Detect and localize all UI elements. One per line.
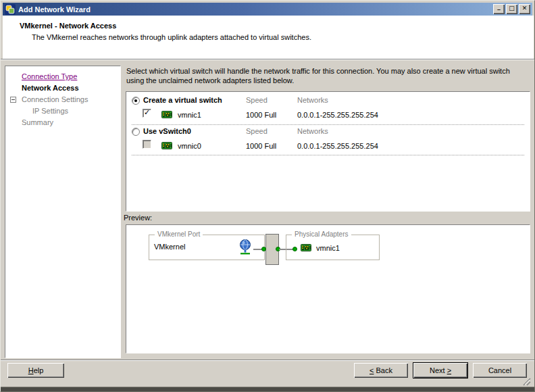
adapter-speed: 1000 Full <box>246 111 276 119</box>
window-title: Add Network Wizard <box>18 5 492 14</box>
sidebar-item-summary[interactable]: Summary <box>22 117 120 128</box>
window-bottom-edge <box>1 387 535 391</box>
option-label[interactable]: Use vSwitch0 <box>143 127 191 135</box>
page-subtitle: The VMkernel reaches networks through up… <box>32 33 311 41</box>
preview-adapter-name: vmnic1 <box>316 244 340 252</box>
adapter-name: vmnic1 <box>178 111 201 119</box>
separator <box>132 155 524 155</box>
minimize-button[interactable]: _ <box>493 4 505 14</box>
add-network-wizard-window: Add Network Wizard _ □ ✕ VMkernel - Netw… <box>0 0 535 392</box>
globe-port-icon <box>238 239 253 256</box>
preview-box: VMkernel Port VMkernel Physical Adapters <box>126 224 530 353</box>
virtual-switch-options-box: Create a virtual switch Speed Networks v… <box>126 91 530 212</box>
titlebar[interactable]: Add Network Wizard _ □ ✕ <box>3 3 532 16</box>
page-title: VMkernel - Network Access <box>20 22 116 30</box>
option-label[interactable]: Create a virtual switch <box>143 96 222 104</box>
resize-grip-icon[interactable] <box>521 376 531 386</box>
footer-divider <box>1 360 535 361</box>
close-button[interactable]: ✕ <box>519 4 530 14</box>
sidebar-item-network-access[interactable]: Network Access <box>22 82 120 94</box>
checkbox-vmnic0[interactable] <box>143 140 151 149</box>
collapse-minus-icon[interactable] <box>10 97 16 103</box>
network-adapter-icon <box>301 243 312 252</box>
next-button[interactable]: Next > <box>413 363 467 378</box>
column-header-networks: Networks <box>297 127 328 135</box>
wizard-header: VMkernel - Network Access The VMkernel r… <box>3 16 534 59</box>
port-dot <box>261 247 266 251</box>
adapter-name: vmnic0 <box>178 142 201 150</box>
column-header-networks: Networks <box>297 96 328 104</box>
column-header-speed: Speed <box>246 127 268 135</box>
back-button[interactable]: < Back <box>354 363 408 378</box>
vmkernel-port-name: VMkernel <box>154 243 185 251</box>
physical-adapters-group-title: Physical Adapters <box>292 230 351 238</box>
checkbox-vmnic1[interactable] <box>143 109 151 118</box>
network-adapter-icon <box>161 141 173 150</box>
sidebar-item-ip-settings[interactable]: IP Settings <box>22 105 120 117</box>
cancel-button[interactable]: Cancel <box>473 363 527 378</box>
maximize-button[interactable]: □ <box>506 4 517 14</box>
adapter-speed: 1000 Full <box>246 142 276 150</box>
wizard-steps-sidebar: Connection Type Network Access Connectio… <box>5 66 121 358</box>
instructions-text: Select which virtual switch will handle … <box>126 66 528 85</box>
adapter-networks: 0.0.0.1-255.255.255.254 <box>297 111 378 119</box>
preview-label: Preview: <box>124 214 152 222</box>
radio-create-virtual-switch[interactable] <box>132 97 140 105</box>
vmware-wizard-icon <box>5 4 16 15</box>
adapter-networks: 0.0.0.1-255.255.255.254 <box>297 142 378 150</box>
network-adapter-icon <box>161 110 173 119</box>
separator <box>132 124 524 125</box>
radio-use-vswitch0[interactable] <box>132 128 140 136</box>
column-header-speed: Speed <box>246 96 268 104</box>
sidebar-item-connection-type[interactable]: Connection Type <box>22 71 120 82</box>
sidebar-item-connection-settings[interactable]: Connection Settings <box>22 94 120 105</box>
header-divider <box>1 59 535 60</box>
vmkernel-port-group-title: VMkernel Port <box>155 230 203 238</box>
physical-adapters-group: Physical Adapters vmnic1 <box>286 235 380 260</box>
help-button[interactable]: Help <box>7 363 64 378</box>
